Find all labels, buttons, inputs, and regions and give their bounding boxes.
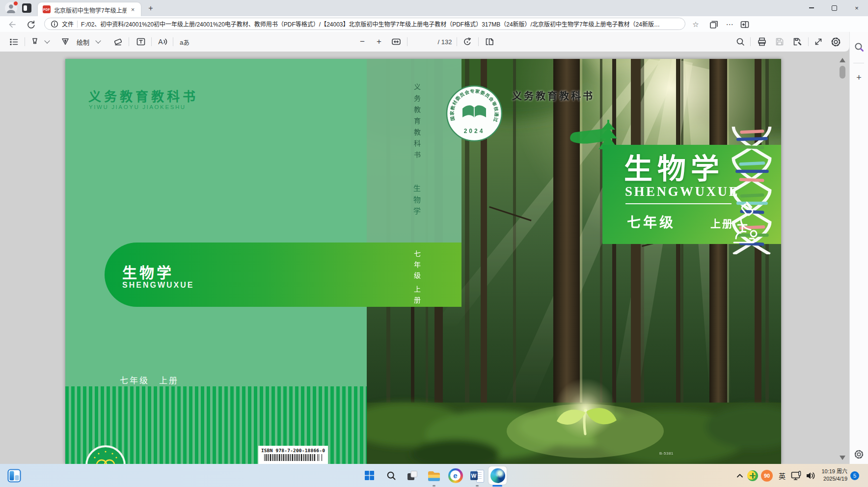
close-icon: × [855, 4, 859, 12]
maximize-icon [832, 5, 837, 11]
url-field[interactable]: 文件 F:/02、初中资料/24001%20初中一年级上册/24001%20电子… [44, 18, 685, 30]
tab-actions-icon[interactable] [22, 3, 31, 13]
approval-seal: 国家教材委员会专家委员会审核通过 2024 [445, 84, 503, 142]
widgets-button[interactable] [5, 466, 23, 485]
draw-button[interactable]: 绘制 [74, 35, 92, 49]
tab-title: 北京版初中生物学7年级上册电子 [54, 6, 127, 13]
url-separator [77, 21, 78, 27]
fit-to-width-button[interactable] [389, 35, 404, 49]
split-screen-button[interactable] [738, 18, 751, 30]
read-aloud-icon: A [158, 38, 163, 46]
window-minimize-button[interactable] [800, 0, 823, 16]
tray-volume-button[interactable] [804, 466, 817, 485]
page-info-icon[interactable] [51, 20, 58, 28]
pdf-page-cover: 义务教育教科书 YIWU JIAOYU JIAOKESHU 生物学 SHENGW… [65, 59, 781, 464]
notification-center-button[interactable]: 5 [849, 466, 861, 485]
environmental-label-logo [85, 445, 126, 464]
url-scheme-label: 文件 [62, 20, 74, 28]
tray-display-button[interactable] [789, 466, 803, 485]
tray-360-safety[interactable] [746, 466, 759, 485]
task-view-icon [407, 470, 418, 482]
explorer-running-indicator [433, 485, 435, 487]
ie-browser-icon: e [448, 468, 463, 483]
back-title-pinyin: SHENGWUXUE [122, 281, 194, 290]
pdf-file-icon: PDF [43, 5, 51, 13]
isbn-box: ISBN 978-7-200-18866-0 [258, 446, 328, 464]
back-series-title: 义务教育教科书 [88, 86, 198, 105]
profile-notification-dot [13, 1, 18, 6]
zoom-in-button[interactable]: + [372, 35, 386, 49]
pdf-settings-button[interactable] [828, 35, 843, 49]
word-button[interactable]: W [468, 466, 486, 485]
edge-sidebar-rail [849, 32, 868, 464]
add-text-button[interactable] [133, 35, 149, 49]
taskbar-search-button[interactable] [382, 466, 400, 485]
collections-button[interactable] [707, 18, 720, 30]
fullscreen-button[interactable] [811, 35, 826, 49]
tray-expand-button[interactable] [733, 466, 746, 485]
search-icon [386, 471, 396, 481]
zoom-out-button[interactable]: − [355, 35, 369, 49]
edge-active-indicator [492, 485, 502, 487]
save-as-button[interactable] [789, 35, 805, 49]
eraser-button[interactable] [110, 35, 126, 49]
word-running-indicator [476, 485, 479, 487]
word-icon: W [470, 469, 484, 482]
photo-credit: B-5381 [659, 451, 674, 456]
back-button[interactable] [6, 18, 19, 30]
highlighter-button[interactable] [27, 35, 42, 49]
highlighter-dropdown[interactable] [42, 35, 52, 49]
ie-browser-button[interactable]: e [446, 466, 464, 485]
start-button[interactable] [360, 466, 379, 485]
clock[interactable]: 10:19 周六 2025/4/19 [816, 468, 847, 486]
input-method-indicator[interactable]: 英 [776, 466, 788, 485]
star-icon: ☆ [692, 20, 699, 29]
window-maximize-button[interactable] [823, 0, 845, 16]
tab-close-icon[interactable]: × [129, 5, 137, 14]
favorites-button[interactable]: ☆ [689, 18, 702, 30]
barcode [264, 454, 322, 461]
scroll-up-icon[interactable] [840, 58, 845, 62]
front-rule [625, 203, 732, 204]
front-title: 生物学 [624, 146, 724, 187]
settings-more-button[interactable]: ⋯ [723, 18, 736, 30]
task-view-button[interactable] [403, 466, 421, 485]
notification-badge: 5 [850, 471, 859, 480]
spine-volume-text: 上册 [412, 286, 422, 310]
new-tab-button[interactable]: + [146, 3, 156, 13]
sidebar-add-button[interactable]: + [853, 72, 865, 84]
print-button[interactable] [754, 35, 770, 49]
draw-pen-icon[interactable] [58, 35, 73, 49]
360-safety-icon [747, 470, 758, 481]
refresh-button[interactable] [25, 18, 37, 30]
scroll-down-icon[interactable] [840, 456, 845, 460]
score-badge: 90 [761, 470, 773, 482]
tray-health-score[interactable]: 90 [760, 466, 774, 485]
save-button[interactable] [772, 35, 787, 49]
file-explorer-button[interactable] [425, 466, 443, 485]
draw-label: 绘制 [77, 37, 89, 47]
sidebar-search-button[interactable] [853, 41, 865, 53]
window-close-button[interactable]: × [845, 0, 868, 16]
translate-button[interactable]: aあ [176, 35, 193, 49]
active-tab[interactable]: PDF 北京版初中生物学7年级上册电子 × [38, 2, 141, 16]
tray-time: 10:19 周六 [816, 468, 847, 475]
rotate-button[interactable] [460, 35, 475, 49]
edge-button[interactable] [488, 466, 507, 485]
sidebar-settings-button[interactable] [853, 448, 865, 460]
tab-bar: PDF 北京版初中生物学7年级上册电子 × + × [0, 0, 868, 16]
windows-logo-icon [365, 471, 374, 480]
widgets-icon [7, 469, 21, 483]
page-view-button[interactable] [481, 35, 498, 49]
front-series-title: 义务教育教科书 [512, 88, 595, 103]
monitor-icon [791, 471, 802, 481]
table-of-contents-button[interactable] [6, 35, 22, 49]
edge-icon [490, 468, 505, 483]
back-title: 生物学 [122, 261, 174, 282]
read-aloud-button[interactable]: A [154, 35, 172, 49]
draw-dropdown[interactable] [93, 35, 103, 49]
search-icon [854, 42, 865, 53]
scrollbar-thumb[interactable] [840, 66, 845, 79]
spine-subject-text: 生物学 [411, 185, 422, 229]
pdf-search-button[interactable] [732, 35, 748, 49]
